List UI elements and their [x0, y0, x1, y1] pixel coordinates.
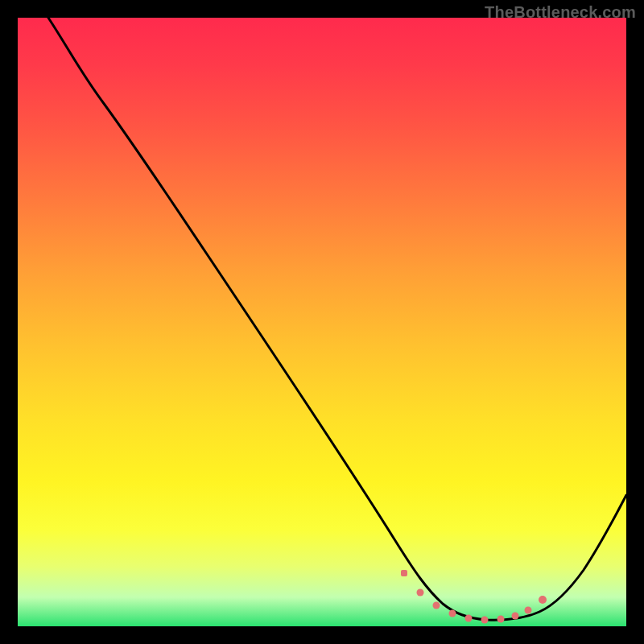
curve-layer [16, 16, 628, 628]
highlight-point [417, 589, 424, 597]
chart-stage: TheBottleneck.com [0, 0, 644, 644]
highlight-point [481, 617, 489, 624]
highlight-point [525, 607, 532, 614]
highlight-point [539, 596, 547, 604]
highlight-point [401, 570, 407, 576]
highlight-point [497, 616, 505, 623]
watermark-text: TheBottleneck.com [485, 3, 636, 22]
highlight-point [433, 602, 440, 609]
highlight-points-group [401, 570, 547, 624]
highlight-point [449, 610, 456, 617]
highlight-point [465, 615, 473, 622]
plot-area [16, 16, 628, 628]
bottleneck-curve [48, 18, 626, 620]
highlight-point [512, 613, 519, 620]
